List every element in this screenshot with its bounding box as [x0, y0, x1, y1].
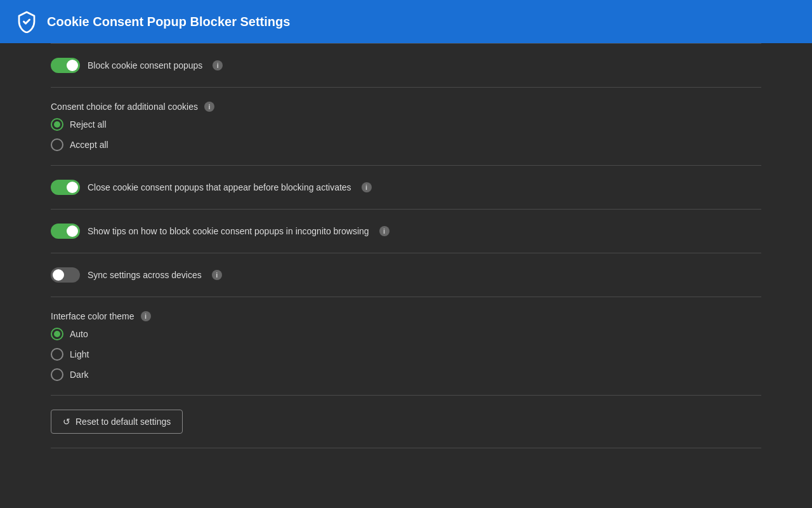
- reset-section: ↺ Reset to default settings: [51, 396, 761, 448]
- consent-choice-info-icon[interactable]: i: [204, 102, 214, 112]
- radio-reject-all[interactable]: Reject all: [51, 118, 761, 131]
- block-popups-info-icon[interactable]: i: [213, 60, 223, 70]
- radio-auto-label: Auto: [70, 329, 88, 339]
- radio-reject-all-inner: [54, 121, 60, 128]
- sync-settings-info-icon[interactable]: i: [212, 270, 222, 280]
- sync-settings-toggle[interactable]: [51, 267, 80, 283]
- consent-choice-radio-group: Reject all Accept all: [51, 118, 761, 151]
- block-popups-label: Block cookie consent popups: [88, 60, 202, 70]
- reset-button[interactable]: ↺ Reset to default settings: [51, 410, 183, 434]
- radio-accept-all-outer: [51, 138, 63, 151]
- radio-light-outer: [51, 348, 63, 361]
- show-tips-toggle[interactable]: [51, 224, 80, 239]
- sync-settings-label: Sync settings across devices: [88, 270, 202, 280]
- show-tips-label: Show tips on how to block cookie consent…: [88, 226, 369, 236]
- settings-content: Block cookie consent popups i Consent ch…: [0, 43, 812, 448]
- radio-auto-outer: [51, 328, 63, 340]
- header-title: Cookie Consent Popup Blocker Settings: [47, 15, 290, 29]
- radio-light[interactable]: Light: [51, 348, 761, 361]
- radio-reject-all-label: Reject all: [70, 119, 107, 130]
- interface-theme-label: Interface color theme: [51, 311, 134, 321]
- sync-settings-setting: Sync settings across devices i: [51, 253, 761, 297]
- shield-icon: [15, 10, 38, 33]
- reset-icon: ↺: [63, 417, 70, 427]
- radio-dark[interactable]: Dark: [51, 368, 761, 381]
- consent-choice-label: Consent choice for additional cookies: [51, 102, 198, 112]
- close-popups-toggle[interactable]: [51, 180, 80, 195]
- reset-button-label: Reset to default settings: [75, 417, 171, 427]
- block-popups-setting: Block cookie consent popups i: [51, 44, 761, 87]
- radio-auto[interactable]: Auto: [51, 328, 761, 340]
- radio-auto-inner: [54, 331, 60, 337]
- show-tips-info-icon[interactable]: i: [379, 226, 390, 236]
- close-popups-info-icon[interactable]: i: [362, 182, 372, 192]
- radio-light-label: Light: [70, 349, 89, 359]
- radio-reject-all-outer: [51, 118, 63, 131]
- consent-choice-setting: Consent choice for additional cookies i …: [51, 88, 761, 165]
- radio-dark-outer: [51, 368, 63, 381]
- show-tips-setting: Show tips on how to block cookie consent…: [51, 210, 761, 253]
- radio-dark-label: Dark: [70, 370, 89, 380]
- divider-7: [51, 448, 761, 448]
- radio-accept-all[interactable]: Accept all: [51, 138, 761, 151]
- radio-accept-all-label: Accept all: [70, 140, 108, 150]
- block-popups-toggle[interactable]: [51, 58, 80, 73]
- close-popups-label: Close cookie consent popups that appear …: [88, 182, 351, 192]
- close-popups-setting: Close cookie consent popups that appear …: [51, 166, 761, 209]
- header: Cookie Consent Popup Blocker Settings: [0, 0, 812, 43]
- interface-theme-setting: Interface color theme i Auto Light Dark: [51, 297, 761, 395]
- interface-theme-info-icon[interactable]: i: [141, 311, 151, 321]
- theme-radio-group: Auto Light Dark: [51, 328, 761, 381]
